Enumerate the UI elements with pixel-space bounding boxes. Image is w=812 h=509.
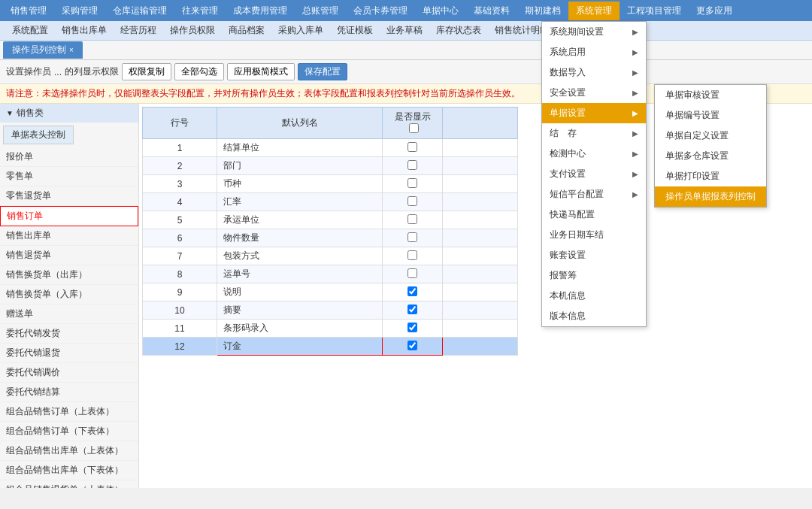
arrow-right-icon-6: ▶ <box>632 129 638 138</box>
dm-payment-settings[interactable]: 支付设置 ▶ <box>542 164 646 184</box>
list-item-8[interactable]: 赠送单 <box>0 304 138 324</box>
cell-rownum: 6 <box>143 229 217 247</box>
dm-account-settings[interactable]: 账套设置 <box>542 245 646 265</box>
dm-express-config[interactable]: 快递马配置 <box>542 205 646 225</box>
menu-more[interactable]: 更多应用 <box>689 2 740 20</box>
list-item-11[interactable]: 委托代销调价 <box>0 363 138 383</box>
list-item-10[interactable]: 委托代销退货 <box>0 344 138 363</box>
cell-extra <box>443 283 518 301</box>
sub-tab-header-control[interactable]: 单据表头控制 <box>3 126 74 144</box>
category-header-sales[interactable]: ▼ 销售类 <box>0 104 138 123</box>
menu-cost[interactable]: 成本费用管理 <box>226 2 295 20</box>
menu-voucher[interactable]: 单据中心 <box>415 2 466 20</box>
menu-sales[interactable]: 销售管理 <box>3 2 54 20</box>
dm-alarm[interactable]: 报警筹 <box>542 265 646 286</box>
dm-version-info[interactable]: 版本信息 <box>542 306 646 326</box>
dm-sms-platform[interactable]: 短信平台配置 ▶ <box>542 184 646 205</box>
bar-business-history[interactable]: 经营历程 <box>114 23 162 38</box>
arrow-down-icon: ▼ <box>6 109 14 117</box>
sm-voucher-multiwarehouse[interactable]: 单据多仓库设置 <box>655 146 766 166</box>
bar-system-config[interactable]: 系统配置 <box>6 23 54 38</box>
bar-product-archive[interactable]: 商品档案 <box>223 23 271 38</box>
bar-voucher-template[interactable]: 凭证模板 <box>331 23 379 38</box>
list-item-12[interactable]: 委托代销结算 <box>0 383 138 402</box>
show-checkbox-10[interactable] <box>408 304 417 314</box>
cell-name: 汇率 <box>217 193 383 211</box>
menu-contacts[interactable]: 往来管理 <box>174 2 226 20</box>
dm-period-settings[interactable]: 系统期间设置 ▶ <box>542 22 646 42</box>
sm-operator-column-control[interactable]: 操作员单据报表列控制 <box>655 186 766 207</box>
dm-inventory[interactable]: 结 存 ▶ <box>542 123 646 144</box>
tab-label: 操作员列控制 <box>12 44 66 56</box>
menu-basic[interactable]: 基础资料 <box>466 2 517 20</box>
show-checkbox-9[interactable] <box>408 286 417 296</box>
dm-business-period[interactable]: 业务日期车结 <box>542 225 646 245</box>
copy-permission-button[interactable]: 权限复制 <box>122 63 171 80</box>
sm-voucher-number[interactable]: 单据编号设置 <box>655 105 766 126</box>
tab-operator-column-control[interactable]: 操作员列控制 × <box>3 41 83 59</box>
cell-name: 部门 <box>217 157 383 175</box>
cell-show <box>383 193 443 211</box>
bar-operator-permission[interactable]: 操作员权限 <box>164 23 221 38</box>
cell-name: 运单号 <box>217 265 383 283</box>
show-checkbox-4[interactable] <box>408 196 417 206</box>
dm-data-import[interactable]: 数据导入 ▶ <box>542 62 646 83</box>
header-show-all-checkbox[interactable] <box>409 123 419 133</box>
dm-machine-info[interactable]: 本机信息 <box>542 286 646 306</box>
menu-system[interactable]: 系统管理 <box>568 2 620 20</box>
cell-show <box>383 320 443 338</box>
show-checkbox-5[interactable] <box>408 214 417 224</box>
list-item-7[interactable]: 销售换货单（入库） <box>0 285 138 304</box>
dm-voucher-settings[interactable]: 单据设置 ▶ <box>542 103 646 123</box>
menu-warehouse[interactable]: 仓库运输管理 <box>105 2 174 20</box>
dm-system-enable[interactable]: 系统启用 ▶ <box>542 42 646 62</box>
list-item-0[interactable]: 报价单 <box>0 147 138 167</box>
list-item-17[interactable]: 组合品销售退货单（上表体） <box>0 480 138 488</box>
menu-project[interactable]: 工程项目管理 <box>620 2 689 20</box>
show-checkbox-11[interactable] <box>408 323 417 332</box>
list-item-3-sales-order[interactable]: 销售订单 <box>0 206 138 226</box>
cell-rownum: 3 <box>143 175 217 193</box>
list-item-16[interactable]: 组合品销售出库单（下表体） <box>0 461 138 480</box>
cell-extra <box>443 265 518 283</box>
cell-extra <box>443 157 518 175</box>
menu-opening[interactable]: 期初建档 <box>517 2 568 20</box>
dm-security-settings[interactable]: 安全设置 ▶ <box>542 83 646 103</box>
show-checkbox-12[interactable] <box>408 341 417 350</box>
list-item-13[interactable]: 组合品销售订单（上表体） <box>0 402 138 422</box>
bar-inventory-status[interactable]: 库存状态表 <box>430 23 487 38</box>
show-checkbox-8[interactable] <box>408 268 417 278</box>
sm-voucher-custom[interactable]: 单据自定义设置 <box>655 126 766 146</box>
dm-detection-center[interactable]: 检测中心 ▶ <box>542 144 646 164</box>
save-config-button[interactable]: 保存配置 <box>298 63 347 80</box>
sm-voucher-audit[interactable]: 单据审核设置 <box>655 85 766 105</box>
menu-ledger[interactable]: 总账管理 <box>295 2 346 20</box>
data-table: 行号 默认列名 是否显示 1结算单位2部门3币种4汇率5承运单位6物件数量7包装… <box>142 107 518 356</box>
cell-extra <box>443 338 518 356</box>
show-checkbox-1[interactable] <box>408 142 417 152</box>
menu-membership[interactable]: 会员卡券管理 <box>346 2 415 20</box>
show-checkbox-2[interactable] <box>408 160 417 170</box>
list-item-5[interactable]: 销售退货单 <box>0 246 138 265</box>
list-item-14[interactable]: 组合品销售订单（下表体） <box>0 422 138 441</box>
second-bar: 系统配置 销售出库单 经营历程 操作员权限 商品档案 采购入库单 凭证模板 业务… <box>0 21 812 41</box>
list-item-6[interactable]: 销售换货单（出库） <box>0 265 138 285</box>
bar-sales-outbound[interactable]: 销售出库单 <box>56 23 113 38</box>
list-item-4[interactable]: 销售出库单 <box>0 226 138 246</box>
bar-business-draft[interactable]: 业务草稿 <box>380 23 429 38</box>
tab-close-icon[interactable]: × <box>69 46 74 54</box>
bar-purchase-inbound[interactable]: 采购入库单 <box>272 23 329 38</box>
list-item-2[interactable]: 零售退货单 <box>0 186 138 206</box>
table-row: 6物件数量 <box>143 229 518 247</box>
show-checkbox-7[interactable] <box>408 250 417 260</box>
simple-mode-button[interactable]: 应用极简模式 <box>227 63 295 80</box>
cell-rownum: 11 <box>143 320 217 338</box>
menu-purchase[interactable]: 采购管理 <box>54 2 105 20</box>
select-all-button[interactable]: 全部勾选 <box>174 63 224 80</box>
sm-voucher-print[interactable]: 单据打印设置 <box>655 166 766 186</box>
show-checkbox-3[interactable] <box>408 178 417 188</box>
list-item-1[interactable]: 零售单 <box>0 167 138 186</box>
list-item-15[interactable]: 组合品销售出库单（上表体） <box>0 441 138 461</box>
list-item-9[interactable]: 委托代销发货 <box>0 324 138 344</box>
show-checkbox-6[interactable] <box>408 232 417 242</box>
